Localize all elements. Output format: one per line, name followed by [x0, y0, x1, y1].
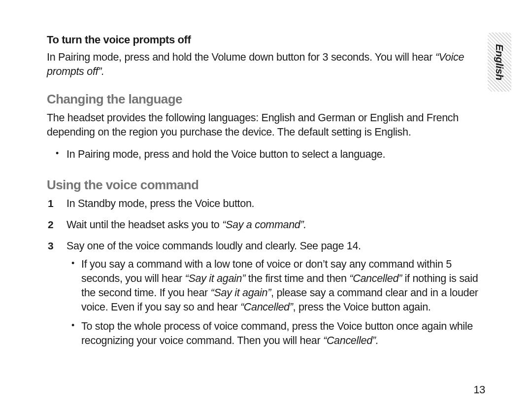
quote-say-it-again-2: “Say it again”	[211, 287, 271, 299]
page-content: To turn the voice prompts off In Pairing…	[47, 33, 485, 348]
text-run: In Pairing mode, press and hold the Volu…	[47, 51, 435, 63]
text-run: Say one of the voice commands loudly and…	[66, 240, 361, 252]
manual-page: English To turn the voice prompts off In…	[0, 0, 532, 414]
para-voice-prompts-off: In Pairing mode, press and hold the Volu…	[47, 50, 470, 79]
text-run: , press the Voice button again.	[293, 301, 431, 313]
quote-cancelled-3: “Cancelled”.	[323, 335, 378, 346]
list-item: If you say a command with a low tone of …	[66, 257, 485, 314]
section-title-voice-cmd: Using the voice command	[47, 176, 485, 194]
step-2: Wait until the headset asks you to “Say …	[47, 218, 485, 232]
language-bullets: In Pairing mode, press and hold the Voic…	[47, 147, 485, 162]
step-1: In Standby mode, press the Voice button.	[47, 197, 485, 211]
heading-voice-prompts-off: To turn the voice prompts off	[47, 33, 485, 47]
para-language: The headset provides the following langu…	[47, 111, 470, 139]
language-side-tab: English	[488, 33, 511, 92]
step-3: Say one of the voice commands loudly and…	[47, 239, 485, 348]
voice-cmd-steps: In Standby mode, press the Voice button.…	[47, 197, 485, 348]
section-title-language: Changing the language	[47, 91, 485, 108]
list-item: To stop the whole process of voice comma…	[66, 319, 485, 348]
step-3-sub-bullets: If you say a command with a low tone of …	[66, 257, 485, 348]
language-label: English	[494, 44, 505, 80]
quote-cancelled-1: “Cancelled”	[349, 273, 402, 284]
text-run: the first time and then	[245, 273, 349, 284]
quote-say-a-command: “Say a command”.	[222, 219, 306, 231]
list-item: In Pairing mode, press and hold the Voic…	[47, 147, 485, 162]
quote-say-it-again-1: “Say it again”	[185, 273, 245, 284]
text-run: Wait until the headset asks you to	[66, 219, 222, 231]
page-number: 13	[473, 383, 485, 396]
quote-cancelled-2: “Cancelled”	[240, 301, 293, 313]
text-run: To stop the whole process of voice comma…	[81, 320, 473, 346]
